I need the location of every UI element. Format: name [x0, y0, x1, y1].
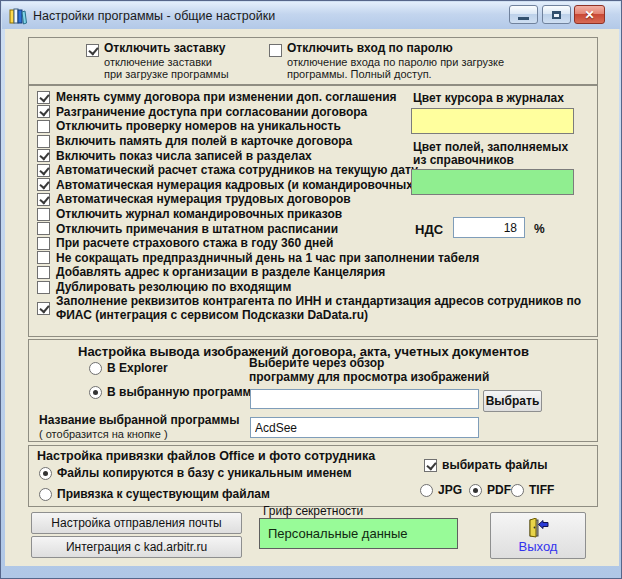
pick-files-checkbox[interactable]	[424, 459, 437, 472]
checkbox[interactable]	[37, 105, 50, 118]
cursor-color-label: Цвет курсора в журналах	[413, 91, 564, 105]
disable-password-note-2: программы. Полный доступ.	[287, 68, 432, 80]
radio-format-tiff-circle[interactable]	[511, 484, 524, 497]
exit-door-icon	[526, 518, 550, 538]
radio-chosen-program-circle[interactable]	[89, 386, 102, 399]
exit-button-label: Выход	[519, 539, 558, 554]
checkbox-label: Дублировать резолюцию по входящим	[56, 280, 291, 294]
radio-explorer[interactable]: В Explorer	[89, 361, 168, 375]
browse-hint-1: Выберите через обзор	[249, 356, 384, 370]
checkbox[interactable]	[37, 164, 50, 177]
checkbox-label: При расчете страхового стажа в году 360 …	[56, 236, 333, 250]
checkbox[interactable]	[37, 266, 50, 279]
checkbox[interactable]	[37, 149, 50, 162]
secrecy-label: Гриф секретности	[263, 504, 363, 518]
browse-hint-2: программу для просмотра изображений	[249, 370, 489, 384]
checkbox[interactable]	[37, 302, 50, 315]
kad-arbitr-button[interactable]: Интеграция с kad.arbitr.ru	[31, 536, 242, 558]
settings-checkbox-row[interactable]: При расчете страхового стажа в году 360 …	[37, 236, 582, 251]
program-name-input[interactable]	[250, 417, 479, 438]
radio-format-jpg-label: JPG	[438, 483, 462, 497]
disable-password-checkbox[interactable]	[269, 44, 282, 57]
browse-button[interactable]: Выбрать	[483, 390, 542, 412]
radio-copy-files-label: Файлы копируются в базу с уникальным име…	[57, 466, 352, 480]
radio-explorer-label: В Explorer	[107, 361, 168, 375]
disable-splash-note-1: отключение заставки	[104, 56, 212, 68]
vat-label: НДС	[415, 222, 443, 237]
checkbox-label: Включить показ числа записей в разделах	[56, 149, 312, 163]
checkbox[interactable]	[37, 91, 50, 104]
checkbox-label: Автоматическая нумерация трудовых догово…	[56, 192, 351, 206]
reference-color-swatch[interactable]	[411, 169, 574, 195]
books-app-icon	[9, 7, 27, 25]
checkbox-label: Менять сумму договора при изменении доп.…	[56, 90, 397, 104]
radio-copy-files-circle[interactable]	[39, 467, 52, 480]
radio-format-tiff-label: TIFF	[529, 483, 554, 497]
vat-unit-label: %	[534, 222, 545, 236]
close-button[interactable]: ✕	[574, 5, 605, 24]
secrecy-value: Персональные данные	[268, 526, 408, 541]
checkbox[interactable]	[37, 178, 50, 191]
disable-password-note-1: отключение входа по паролю при загрузке	[287, 56, 504, 68]
radio-link-files-label: Привязка к существующим файлам	[57, 487, 270, 501]
checkbox[interactable]	[37, 281, 50, 294]
checkbox[interactable]	[37, 193, 50, 206]
maximize-icon	[552, 11, 561, 19]
checkbox[interactable]	[37, 208, 50, 221]
vat-input[interactable]	[453, 217, 525, 238]
disable-splash-note-2: при загрузке программы	[104, 68, 229, 80]
disable-password-label[interactable]: Отключить вход по паролю	[287, 41, 453, 55]
checkbox[interactable]	[37, 237, 50, 250]
radio-explorer-circle[interactable]	[89, 362, 102, 375]
checkbox-label: Не сокращать предпраздничный день на 1 ч…	[56, 251, 479, 265]
reference-color-label-2: из справочников	[413, 153, 514, 167]
radio-copy-files[interactable]: Файлы копируются в базу с уникальным име…	[39, 466, 352, 480]
secrecy-input[interactable]: Персональные данные	[259, 518, 458, 549]
checkbox-label: Добавлять адрес к организации в разделе …	[56, 265, 385, 279]
cursor-color-swatch[interactable]	[411, 108, 574, 134]
radio-chosen-program-label: В выбранную программу	[107, 385, 258, 399]
settings-checkbox-row[interactable]: Заполнение реквизитов контрагента по ИНН…	[37, 294, 582, 322]
reference-color-label-1: Цвет полей, заполняемых	[413, 140, 568, 154]
radio-format-jpg[interactable]: JPG	[420, 483, 462, 497]
checkbox[interactable]	[37, 135, 50, 148]
program-name-note: ( отобразится на кнопке )	[39, 428, 168, 440]
settings-window: Настройки программы - общие настройки ✕ …	[0, 0, 622, 579]
mail-settings-button[interactable]: Настройка отправления почты	[31, 512, 242, 534]
minimize-button[interactable]	[509, 5, 538, 24]
settings-checkbox-row[interactable]: Не сокращать предпраздничный день на 1 ч…	[37, 251, 582, 266]
checkbox-label: Автоматический расчет стажа сотрудников …	[56, 163, 418, 177]
radio-format-pdf-label: PDF	[487, 483, 511, 497]
disable-splash-checkbox[interactable]	[86, 44, 99, 57]
radio-format-pdf[interactable]: PDF	[469, 483, 511, 497]
exit-button[interactable]: Выход	[490, 512, 586, 559]
checkbox-label: Отключить проверку номеров на уникальнос…	[56, 119, 341, 133]
settings-checkbox-row[interactable]: Дублировать резолюцию по входящим	[37, 280, 582, 295]
minimize-icon	[518, 17, 529, 20]
checkbox-label: Разграничение доступа при согласовании д…	[56, 105, 367, 119]
radio-format-pdf-circle[interactable]	[469, 484, 482, 497]
checkbox[interactable]	[37, 251, 50, 264]
checkbox-label: Заполнение реквизитов контрагента по ИНН…	[56, 294, 582, 322]
disable-splash-label[interactable]: Отключить заставку	[104, 41, 225, 55]
settings-checkbox-row[interactable]: Добавлять адрес к организации в разделе …	[37, 265, 582, 280]
checkbox[interactable]	[37, 120, 50, 133]
program-name-label: Название выбранной программы	[39, 413, 239, 427]
radio-format-jpg-circle[interactable]	[420, 484, 433, 497]
checkbox-label: Отключить журнал командировочных приказо…	[56, 207, 342, 221]
pick-files-label[interactable]: выбирать файлы	[442, 458, 547, 472]
radio-link-files-circle[interactable]	[39, 488, 52, 501]
radio-format-tiff[interactable]: TIFF	[511, 483, 554, 497]
office-binding-heading: Настройка привязки файлов Office и фото …	[37, 449, 375, 463]
checkbox[interactable]	[37, 222, 50, 235]
window-title: Настройки программы - общие настройки	[33, 9, 275, 23]
close-icon: ✕	[584, 8, 594, 22]
checkbox-label: Отключить примечания в штатном расписани…	[56, 222, 338, 236]
radio-chosen-program[interactable]: В выбранную программу	[89, 385, 258, 399]
maximize-button[interactable]	[542, 5, 571, 24]
program-path-input[interactable]	[250, 389, 479, 409]
radio-link-files[interactable]: Привязка к существующим файлам	[39, 487, 270, 501]
checkbox-label: Включить память для полей в карточке дог…	[56, 134, 352, 148]
